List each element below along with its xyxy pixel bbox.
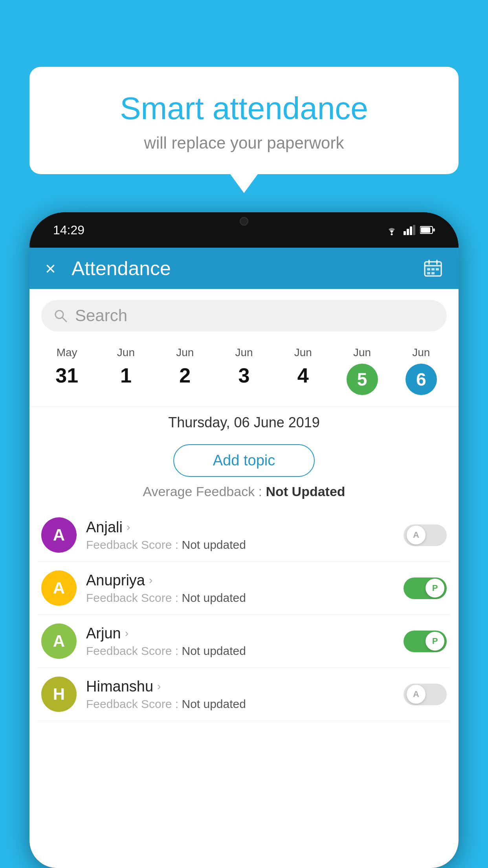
date-cell-4[interactable]: Jun4 bbox=[273, 339, 332, 402]
student-avatar: A bbox=[41, 623, 77, 659]
student-avatar: A bbox=[41, 570, 77, 606]
bubble-subtitle: will replace your paperwork bbox=[49, 134, 439, 153]
student-item-3[interactable]: HHimanshu ›Feedback Score : Not updatedA bbox=[37, 668, 451, 721]
toggle-knob: A bbox=[407, 526, 426, 544]
date-month: May bbox=[57, 346, 77, 359]
date-month: Jun bbox=[353, 346, 371, 359]
selected-date-info: Thursday, 06 June 2019 bbox=[29, 406, 459, 437]
status-time: 14:29 bbox=[53, 223, 84, 237]
calendar-icon[interactable] bbox=[423, 259, 443, 278]
battery-icon bbox=[420, 226, 435, 234]
student-feedback: Feedback Score : Not updated bbox=[86, 538, 394, 552]
avg-feedback-label: Average Feedback : bbox=[143, 484, 262, 499]
svg-rect-16 bbox=[431, 272, 435, 274]
student-info: Arjun ›Feedback Score : Not updated bbox=[86, 625, 394, 658]
date-number: 6 bbox=[405, 364, 437, 395]
svg-rect-6 bbox=[421, 227, 430, 233]
svg-rect-3 bbox=[410, 226, 412, 235]
chevron-icon: › bbox=[149, 574, 152, 587]
search-placeholder: Search bbox=[75, 306, 127, 325]
student-feedback: Feedback Score : Not updated bbox=[86, 644, 394, 658]
student-list: AAnjali ›Feedback Score : Not updatedAAA… bbox=[29, 509, 459, 721]
date-number: 31 bbox=[55, 364, 78, 387]
svg-rect-4 bbox=[413, 225, 415, 235]
student-feedback: Feedback Score : Not updated bbox=[86, 697, 394, 711]
bubble-title: Smart attendance bbox=[49, 90, 439, 127]
date-month: Jun bbox=[176, 346, 194, 359]
header-title: Attendance bbox=[72, 257, 423, 280]
student-item-1[interactable]: AAnupriya ›Feedback Score : Not updatedP bbox=[37, 562, 451, 615]
student-name: Anjali › bbox=[86, 519, 394, 536]
svg-rect-13 bbox=[431, 268, 435, 270]
svg-rect-2 bbox=[407, 229, 409, 235]
avg-feedback: Average Feedback : Not Updated bbox=[29, 484, 459, 499]
svg-rect-15 bbox=[427, 272, 430, 274]
student-info: Anjali ›Feedback Score : Not updated bbox=[86, 519, 394, 552]
date-month: Jun bbox=[294, 346, 312, 359]
avg-feedback-value: Not Updated bbox=[266, 484, 345, 499]
svg-rect-7 bbox=[433, 228, 435, 232]
selected-date-text: Thursday, 06 June 2019 bbox=[168, 414, 320, 430]
add-topic-button[interactable]: Add topic bbox=[173, 444, 315, 477]
close-button[interactable]: × bbox=[45, 258, 56, 279]
chevron-icon: › bbox=[127, 521, 130, 533]
student-feedback: Feedback Score : Not updated bbox=[86, 591, 394, 605]
toggle-knob: P bbox=[426, 579, 444, 598]
date-number: 2 bbox=[179, 364, 191, 387]
app-header: × Attendance bbox=[29, 248, 459, 289]
phone-frame: 14:29 bbox=[29, 212, 459, 868]
phone-notch bbox=[222, 212, 266, 230]
toggle-knob: P bbox=[426, 632, 444, 651]
svg-rect-1 bbox=[404, 231, 406, 235]
chevron-icon: › bbox=[125, 627, 128, 640]
date-cell-2[interactable]: Jun2 bbox=[156, 339, 215, 402]
date-strip: May31Jun1Jun2Jun3Jun4Jun5Jun6 bbox=[29, 339, 459, 402]
chevron-icon: › bbox=[157, 680, 161, 693]
toggle-knob: A bbox=[407, 685, 426, 704]
date-cell-1[interactable]: Jun1 bbox=[96, 339, 155, 402]
date-month: Jun bbox=[412, 346, 430, 359]
student-avatar: H bbox=[41, 677, 77, 712]
status-icons bbox=[385, 224, 435, 235]
date-cell-0[interactable]: May31 bbox=[37, 339, 96, 402]
phone-content: Search May31Jun1Jun2Jun3Jun4Jun5Jun6 Thu… bbox=[29, 289, 459, 868]
date-number: 3 bbox=[238, 364, 250, 387]
date-cell-6[interactable]: Jun6 bbox=[392, 339, 451, 402]
date-cell-3[interactable]: Jun3 bbox=[215, 339, 273, 402]
student-name: Arjun › bbox=[86, 625, 394, 642]
student-item-2[interactable]: AArjun ›Feedback Score : Not updatedP bbox=[37, 615, 451, 668]
svg-point-0 bbox=[391, 234, 393, 235]
student-avatar: A bbox=[41, 517, 77, 553]
date-month: Jun bbox=[235, 346, 253, 359]
speech-bubble: Smart attendance will replace your paper… bbox=[29, 67, 459, 174]
student-item-0[interactable]: AAnjali ›Feedback Score : Not updatedA bbox=[37, 509, 451, 562]
student-info: Anupriya ›Feedback Score : Not updated bbox=[86, 572, 394, 605]
search-icon bbox=[53, 308, 68, 323]
date-number: 5 bbox=[347, 364, 378, 395]
attendance-toggle[interactable]: P bbox=[404, 631, 447, 652]
signal-icon bbox=[404, 225, 415, 235]
student-info: Himanshu ›Feedback Score : Not updated bbox=[86, 678, 394, 711]
date-number: 1 bbox=[120, 364, 132, 387]
camera bbox=[240, 217, 248, 226]
student-name: Anupriya › bbox=[86, 572, 394, 589]
date-number: 4 bbox=[297, 364, 309, 387]
date-month: Jun bbox=[117, 346, 135, 359]
status-bar: 14:29 bbox=[29, 212, 459, 248]
svg-rect-14 bbox=[436, 268, 439, 270]
date-cell-5[interactable]: Jun5 bbox=[332, 339, 391, 402]
wifi-icon bbox=[385, 224, 399, 235]
attendance-toggle[interactable]: P bbox=[404, 577, 447, 599]
student-name: Himanshu › bbox=[86, 678, 394, 695]
svg-rect-12 bbox=[427, 268, 430, 270]
attendance-toggle[interactable]: A bbox=[404, 524, 447, 546]
search-bar[interactable]: Search bbox=[41, 300, 447, 331]
attendance-toggle[interactable]: A bbox=[404, 684, 447, 705]
svg-line-18 bbox=[62, 317, 66, 322]
